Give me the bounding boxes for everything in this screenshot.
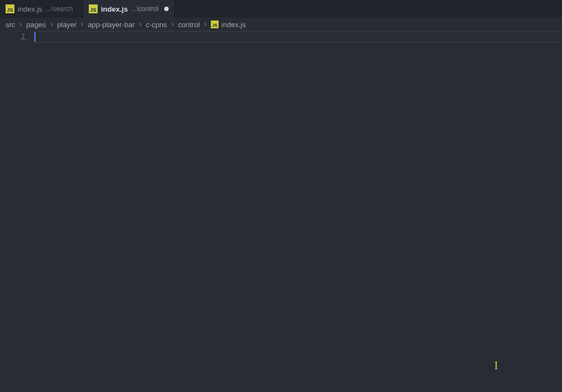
code-text-area[interactable] <box>33 31 562 392</box>
js-file-icon: JS <box>211 21 219 28</box>
chevron-right-icon <box>48 21 55 28</box>
chevron-right-icon <box>202 21 209 28</box>
chevron-right-icon <box>79 21 85 28</box>
tab-path: ...\search <box>45 5 73 13</box>
current-line-highlight <box>33 31 562 42</box>
chevron-right-icon <box>169 21 176 28</box>
breadcrumb-segment[interactable]: src <box>6 21 15 29</box>
breadcrumb-file-name: index.js <box>221 21 246 29</box>
text-cursor <box>34 32 36 42</box>
tab-bar: JS index.js ...\search JS index.js ...\c… <box>0 0 562 18</box>
chevron-right-icon <box>17 21 24 28</box>
js-file-icon: JS <box>89 4 98 13</box>
tab-label: index.js <box>101 5 128 13</box>
editor-tab-search[interactable]: JS index.js ...\search <box>0 0 83 18</box>
line-number: 1 <box>0 32 26 41</box>
breadcrumbs: src pages player app-player-bar c-cpns c… <box>0 18 562 31</box>
chevron-right-icon <box>137 21 144 28</box>
breadcrumb-file[interactable]: JS index.js <box>211 21 246 29</box>
editor-tab-control[interactable]: JS index.js ...\control <box>83 0 175 18</box>
tab-path: ...\control <box>131 5 158 13</box>
js-file-icon: JS <box>6 4 14 13</box>
breadcrumb-segment[interactable]: app-player-bar <box>88 21 135 29</box>
breadcrumb-segment[interactable]: player <box>57 21 77 29</box>
breadcrumb-segment[interactable]: c-cpns <box>146 21 167 29</box>
unsaved-indicator-icon <box>164 7 169 11</box>
code-editor[interactable]: 1 <box>0 31 562 392</box>
tab-label: index.js <box>18 5 42 13</box>
breadcrumb-segment[interactable]: pages <box>26 21 45 29</box>
line-number-gutter: 1 <box>0 31 33 392</box>
breadcrumb-segment[interactable]: control <box>178 21 200 29</box>
